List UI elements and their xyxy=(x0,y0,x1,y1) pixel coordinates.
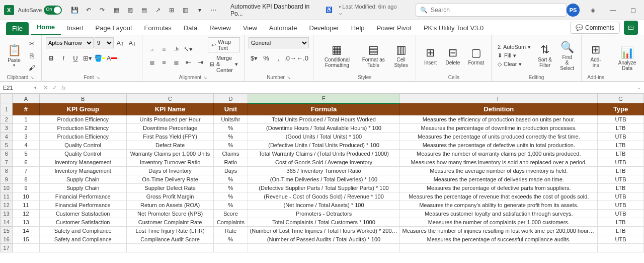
select-all-corner[interactable] xyxy=(1,94,13,103)
data-cell[interactable] xyxy=(598,244,644,252)
data-cell[interactable]: % xyxy=(214,192,248,201)
comments-button[interactable]: 💬Comments xyxy=(570,22,620,34)
data-cell[interactable]: Measures the average number of days inve… xyxy=(400,167,598,175)
data-cell[interactable]: UTB xyxy=(598,133,644,141)
data-cell[interactable]: Measures the percentage of successful co… xyxy=(400,235,598,244)
format-cells-button[interactable]: ▢Format xyxy=(465,44,487,68)
bold-button[interactable]: B xyxy=(46,52,57,63)
data-cell[interactable]: Measures the efficiency of production ba… xyxy=(400,115,598,124)
tab-file[interactable]: File xyxy=(6,22,29,35)
data-cell[interactable]: LTB xyxy=(598,167,644,175)
tab-help[interactable]: Help xyxy=(345,21,371,35)
data-cell[interactable]: First Pass Yield (FPY) xyxy=(126,133,213,141)
clear-button[interactable]: ◇Clear ▾ xyxy=(496,60,533,68)
data-cell[interactable]: Measures the number of complaints per 1,… xyxy=(400,218,598,227)
border-button[interactable]: ⊞▾ xyxy=(82,52,93,63)
data-cell[interactable]: Measures the company's ability to genera… xyxy=(400,201,598,210)
data-cell[interactable]: 15 xyxy=(13,235,39,244)
formula-expand-icon[interactable]: ⌄ xyxy=(634,85,644,90)
data-cell[interactable]: 4 xyxy=(13,141,39,150)
data-cell[interactable]: (Net Income / Total Assets) * 100 xyxy=(248,201,400,210)
name-box[interactable]: E21▾ xyxy=(0,85,40,91)
data-cell[interactable]: % xyxy=(214,175,248,184)
italic-button[interactable]: I xyxy=(58,52,69,63)
formula-enter-icon[interactable]: ✓ xyxy=(52,84,57,91)
table-header-cell[interactable]: KPI Name xyxy=(126,103,213,115)
analyze-data-button[interactable]: 📊Analyze Data xyxy=(614,44,640,73)
data-cell[interactable]: Downtime Percentage xyxy=(126,124,213,133)
paste-button[interactable]: 📋 Paste ▾ xyxy=(4,41,24,70)
increase-decimal-icon[interactable]: .0→ xyxy=(285,52,296,63)
increase-font-icon[interactable]: A↑ xyxy=(115,37,126,48)
data-cell[interactable]: Quality Control xyxy=(39,141,126,150)
row-header[interactable]: 2 xyxy=(1,115,13,124)
data-cell[interactable]: % xyxy=(214,184,248,192)
qat-share-icon[interactable]: ↗ xyxy=(153,5,163,15)
table-header-cell[interactable]: Formula xyxy=(248,103,400,115)
col-header-d[interactable]: D xyxy=(214,94,248,103)
table-header-cell[interactable]: # xyxy=(13,103,39,115)
delete-cells-button[interactable]: ⊟Delete xyxy=(442,44,463,68)
col-header-e[interactable]: E xyxy=(248,94,400,103)
tab-data[interactable]: Data xyxy=(178,21,203,35)
diamond-icon[interactable]: ◈ xyxy=(586,3,600,17)
data-cell[interactable]: UTB xyxy=(598,115,644,124)
font-size-select[interactable]: 9 xyxy=(95,37,114,48)
data-cell[interactable]: Days xyxy=(214,167,248,175)
percent-icon[interactable]: % xyxy=(261,52,272,63)
tab-insert[interactable]: Insert xyxy=(61,21,90,35)
alignment-dialog-launcher-icon[interactable]: ↘ xyxy=(203,75,207,80)
data-cell[interactable]: Measures the percentage of defective par… xyxy=(400,184,598,192)
data-cell[interactable]: (Number of Passed Audits / Total Audits)… xyxy=(248,235,400,244)
share-icon[interactable]: ⮹ xyxy=(624,21,638,35)
data-cell[interactable]: (Downtime Hours / Total Available Hours)… xyxy=(248,124,400,133)
data-cell[interactable]: 13 xyxy=(13,218,39,227)
last-modified[interactable]: • Last Modified: 6m ago ⌵ xyxy=(339,4,400,16)
qat-pivot-icon[interactable]: ⊞ xyxy=(167,5,177,15)
data-cell[interactable]: UTB xyxy=(598,158,644,167)
data-cell[interactable]: % xyxy=(214,201,248,210)
data-cell[interactable]: % xyxy=(214,235,248,244)
data-cell[interactable]: 11 xyxy=(13,201,39,210)
orientation-icon[interactable]: ⤡▾ xyxy=(183,43,194,54)
sort-filter-button[interactable]: ⇅Sort & Filter xyxy=(535,41,555,70)
data-cell[interactable] xyxy=(13,244,39,252)
data-cell[interactable]: (Defective Units / Total Units Produced)… xyxy=(248,141,400,150)
table-header-cell[interactable]: Type xyxy=(598,103,644,115)
spreadsheet-area[interactable]: A B C D E F G 1#KPI GroupKPI NameUnitFor… xyxy=(0,94,644,263)
data-cell[interactable]: (Good Units / Total Units) * 100 xyxy=(248,133,400,141)
decrease-decimal-icon[interactable]: ←.0 xyxy=(297,52,308,63)
number-format-select[interactable]: General xyxy=(249,37,309,48)
row-header[interactable]: 15 xyxy=(1,227,13,235)
qat-icon-3[interactable]: ▤ xyxy=(139,5,149,15)
data-cell[interactable]: Inventory Management xyxy=(39,167,126,175)
data-cell[interactable]: % xyxy=(214,133,248,141)
tab-formulas[interactable]: Formulas xyxy=(138,21,178,35)
data-cell[interactable]: Ratio xyxy=(214,158,248,167)
align-middle-icon[interactable]: ≡ xyxy=(158,43,170,54)
underline-button[interactable]: U xyxy=(70,52,81,63)
row-header[interactable]: 11 xyxy=(1,192,13,201)
data-cell[interactable]: 9 xyxy=(13,184,39,192)
tab-view[interactable]: View xyxy=(237,21,263,35)
data-cell[interactable]: Quality Control xyxy=(39,150,126,158)
maximize-icon[interactable]: ▢ xyxy=(626,3,640,17)
row-header[interactable]: 5 xyxy=(1,141,13,150)
data-cell[interactable]: Net Promoter Score (NPS) xyxy=(126,210,213,218)
data-cell[interactable]: 7 xyxy=(13,167,39,175)
currency-icon[interactable]: $▾ xyxy=(249,52,260,63)
row-header[interactable]: 6 xyxy=(1,150,13,158)
qat-icon-1[interactable]: ▦ xyxy=(111,5,121,15)
formula-cancel-icon[interactable]: ✕ xyxy=(43,84,48,91)
row-header[interactable]: 13 xyxy=(1,210,13,218)
data-cell[interactable]: Units Produced per Hour xyxy=(126,115,213,124)
col-header-b[interactable]: B xyxy=(39,94,126,103)
data-cell[interactable]: 14 xyxy=(13,227,39,235)
format-as-table-button[interactable]: ▤Format as Table xyxy=(359,41,388,70)
increase-indent-icon[interactable]: ⇥ xyxy=(195,56,206,68)
data-cell[interactable]: (Defective Supplier Parts / Total Suppli… xyxy=(248,184,400,192)
data-cell[interactable]: Defect Rate xyxy=(126,141,213,150)
search-input[interactable] xyxy=(431,7,562,14)
data-cell[interactable]: 12 xyxy=(13,210,39,218)
autosum-button[interactable]: ΣAutoSum ▾ xyxy=(496,43,533,51)
